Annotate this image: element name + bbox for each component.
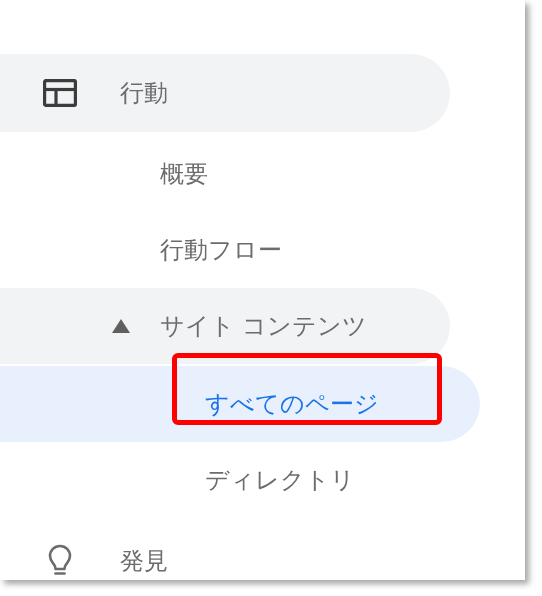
nav-section-label: 行動 [120, 77, 450, 109]
lightbulb-icon [0, 543, 120, 579]
nav-item-overview[interactable]: 概要 [0, 136, 450, 212]
svg-rect-0 [45, 81, 76, 106]
nav-subitem-label: ディレクトリ [205, 464, 355, 496]
nav-section-label: 発見 [120, 545, 450, 577]
nav-section-discover[interactable]: 発見 [0, 522, 450, 596]
caret-up-icon [0, 319, 160, 333]
nav-subitem-directory[interactable]: ディレクトリ [0, 442, 480, 518]
nav-item-behavior-flow[interactable]: 行動フロー [0, 212, 450, 288]
nav-item-label: サイト コンテンツ [160, 310, 450, 342]
nav-item-label: 行動フロー [160, 234, 450, 266]
behavior-icon [0, 79, 120, 107]
nav-item-site-content[interactable]: サイト コンテンツ [0, 288, 450, 364]
navigation-sidebar: 行動 概要 行動フロー サイト コンテンツ すべてのページ ディレクトリ [0, 0, 525, 580]
nav-subitem-label: すべてのページ [205, 388, 379, 420]
nav-item-label: 概要 [160, 158, 450, 190]
nav-section-behavior[interactable]: 行動 [0, 54, 450, 132]
nav-subitem-all-pages[interactable]: すべてのページ [0, 366, 480, 442]
